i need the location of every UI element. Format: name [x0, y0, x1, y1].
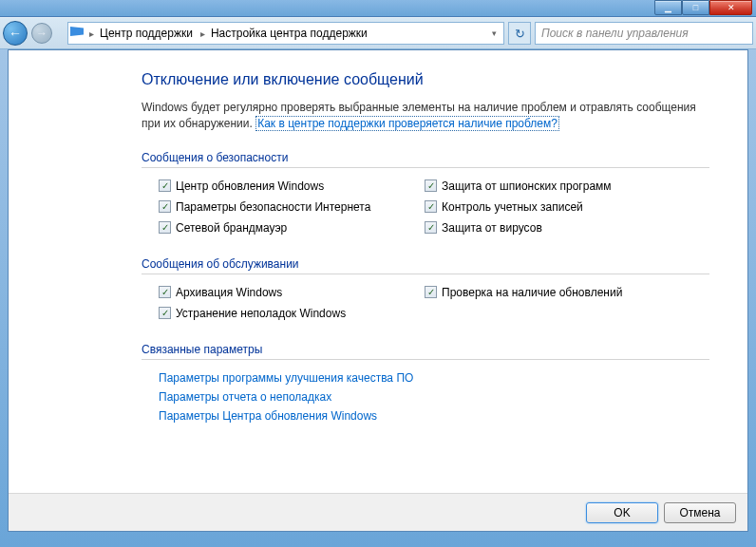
search-input[interactable]: Поиск в панели управления: [535, 22, 753, 45]
checkbox-label: Центр обновления Windows: [176, 179, 324, 193]
checkbox-icon: ✓: [425, 179, 437, 192]
content-area: Отключение или включение сообщений Windo…: [9, 50, 747, 493]
section-related-title: Связанные параметры: [142, 343, 709, 360]
content-frame: Отключение или включение сообщений Windo…: [8, 49, 748, 532]
checkbox-troubleshooting[interactable]: ✓ Устранение неполадок Windows: [159, 307, 415, 320]
maintenance-checkgrid: ✓ Архивация Windows ✓ Проверка на наличи…: [142, 286, 709, 320]
chevron-right-icon: ▸: [87, 28, 96, 39]
breadcrumb-dropdown[interactable]: ▾: [486, 28, 501, 38]
window-titlebar: ▁ □ ✕: [0, 0, 756, 17]
checkbox-spyware-protection[interactable]: ✓ Защита от шпионских программ: [425, 179, 709, 193]
checkbox-icon: ✓: [425, 286, 437, 298]
checkbox-label: Устранение неполадок Windows: [176, 307, 346, 320]
intro-paragraph: Windows будет регулярно проверять выбран…: [142, 100, 709, 132]
cancel-button[interactable]: Отмена: [664, 502, 736, 523]
checkbox-label: Параметры безопасности Интернета: [176, 200, 370, 214]
dialog-footer: OK Отмена: [9, 493, 747, 531]
link-ceip-settings[interactable]: Параметры программы улучшения качества П…: [159, 371, 709, 385]
maximize-button[interactable]: □: [682, 0, 709, 15]
intro-help-link[interactable]: Как в центре поддержки проверяется налич…: [255, 116, 559, 131]
back-button[interactable]: ←: [3, 21, 28, 46]
checkbox-icon: ✓: [159, 307, 171, 319]
close-button[interactable]: ✕: [709, 0, 752, 15]
section-security-title: Сообщения о безопасности: [142, 151, 709, 168]
ok-button[interactable]: OK: [586, 502, 658, 523]
checkbox-label: Архивация Windows: [176, 286, 282, 299]
checkbox-label: Проверка на наличие обновлений: [442, 286, 622, 299]
checkbox-icon: ✓: [425, 200, 437, 213]
refresh-button[interactable]: ↻: [508, 22, 531, 45]
navigation-bar: ← → ▸ Центр поддержки ▸ Настройка центра…: [0, 17, 756, 49]
section-maintenance-title: Сообщения об обслуживании: [142, 257, 709, 274]
arrow-right-icon: →: [36, 27, 47, 40]
checkbox-backup[interactable]: ✓ Архивация Windows: [159, 286, 415, 299]
page-title: Отключение или включение сообщений: [142, 71, 709, 88]
breadcrumb-level1[interactable]: Центр поддержки: [96, 23, 198, 44]
checkbox-icon: ✓: [159, 286, 171, 298]
breadcrumb[interactable]: ▸ Центр поддержки ▸ Настройка центра под…: [67, 22, 504, 45]
link-windows-update-settings[interactable]: Параметры Центра обновления Windows: [159, 409, 709, 423]
minimize-button[interactable]: ▁: [654, 0, 682, 15]
checkbox-icon: ✓: [159, 200, 171, 213]
checkbox-virus-protection[interactable]: ✓ Защита от вирусов: [425, 221, 709, 235]
refresh-icon: ↻: [515, 27, 525, 41]
related-links: Параметры программы улучшения качества П…: [142, 371, 709, 423]
checkbox-internet-security[interactable]: ✓ Параметры безопасности Интернета: [159, 200, 415, 214]
chevron-right-icon: ▸: [198, 28, 207, 39]
link-error-reporting[interactable]: Параметры отчета о неполадках: [159, 390, 709, 404]
search-placeholder: Поиск в панели управления: [541, 27, 689, 40]
flag-icon: [70, 27, 85, 40]
breadcrumb-level2[interactable]: Настройка центра поддержки: [207, 23, 373, 44]
arrow-left-icon: ←: [9, 26, 22, 41]
checkbox-windows-update[interactable]: ✓ Центр обновления Windows: [159, 179, 415, 193]
checkbox-firewall[interactable]: ✓ Сетевой брандмауэр: [159, 221, 415, 235]
checkbox-label: Защита от вирусов: [442, 221, 542, 235]
checkbox-icon: ✓: [425, 221, 437, 234]
checkbox-label: Контроль учетных записей: [442, 200, 583, 214]
checkbox-icon: ✓: [159, 221, 171, 234]
checkbox-label: Сетевой брандмауэр: [176, 221, 287, 235]
checkbox-check-updates[interactable]: ✓ Проверка на наличие обновлений: [425, 286, 709, 299]
checkbox-label: Защита от шпионских программ: [442, 179, 612, 193]
forward-button[interactable]: →: [31, 23, 52, 44]
checkbox-uac[interactable]: ✓ Контроль учетных записей: [425, 200, 709, 214]
checkbox-icon: ✓: [159, 179, 171, 192]
security-checkgrid: ✓ Центр обновления Windows ✓ Защита от ш…: [142, 179, 709, 235]
